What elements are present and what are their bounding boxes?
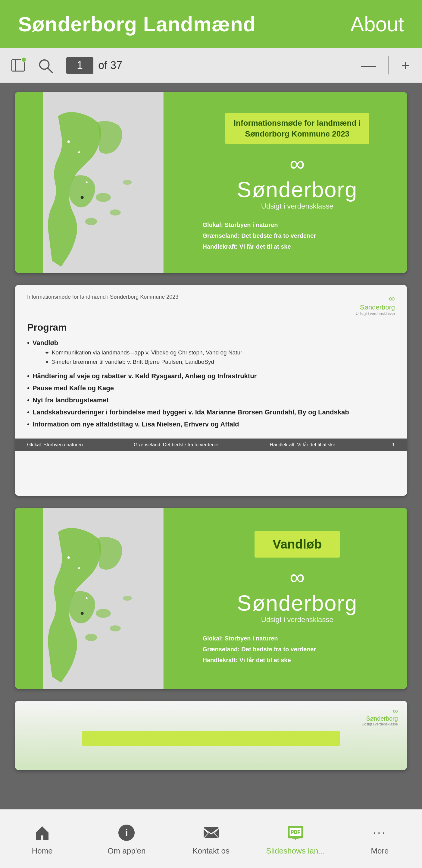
svg-point-19: [78, 567, 80, 569]
list-item: • Håndtering af veje og rabatter v. Keld…: [27, 372, 395, 380]
slide2-infinity: ∞: [356, 294, 395, 304]
slide3-facts: Glokal: Storbyen i naturen Grænseland: D…: [202, 633, 316, 665]
app-title: Sønderborg Landmænd: [18, 12, 256, 36]
sidebar-toggle-button[interactable]: [9, 56, 27, 74]
svg-point-5: [96, 193, 111, 202]
slide3-brand-subtitle: Udsigt i verdensklasse: [261, 615, 333, 624]
slide3-infinity: ∞: [290, 567, 305, 588]
slide3-background: Vandløb ∞ Sønderborg Udsigt i verdenskla…: [15, 508, 407, 689]
toolbar: 1 of 37 — +: [0, 48, 422, 83]
svg-point-20: [86, 597, 88, 599]
search-button[interactable]: [36, 56, 54, 74]
list-item: • Vandløb ✦ Kommunikation via landmands …: [27, 339, 395, 368]
slide-1[interactable]: Informationsmøde for landmænd i Sønderbo…: [15, 92, 407, 273]
svg-point-10: [78, 151, 80, 153]
more-icon: ···: [369, 822, 390, 843]
list-item: • Pause med Kaffe og Kage: [27, 384, 395, 392]
slide-2[interactable]: Informationsmøde for landmænd i Sønderbo…: [15, 285, 407, 496]
svg-line-3: [47, 68, 52, 72]
slide2-header: Informationsmøde for landmænd i Sønderbo…: [15, 285, 407, 319]
svg-point-9: [67, 141, 70, 143]
svg-point-14: [96, 609, 111, 618]
page-navigation: 1 of 37: [66, 57, 122, 74]
total-pages: of 37: [98, 59, 122, 72]
bottom-navigation: Home i Om app'en Kontakt os: [0, 809, 422, 868]
slide2-program-title: Program: [27, 322, 395, 333]
nav-label-slideshows: Slideshows lan...: [266, 846, 325, 856]
svg-point-7: [85, 218, 97, 225]
slide-3[interactable]: Vandløb ∞ Sønderborg Udsigt i verdenskla…: [15, 508, 407, 689]
nav-label-more: More: [371, 846, 389, 856]
slide2-footer: Glokal: Storbyen i naturen Grænseland: D…: [15, 438, 407, 451]
svg-point-6: [110, 210, 121, 216]
nav-item-info[interactable]: i Om app'en: [84, 822, 169, 856]
svg-point-16: [85, 634, 97, 641]
nav-item-home[interactable]: Home: [0, 822, 84, 856]
svg-point-15: [110, 625, 121, 631]
nav-item-slideshows[interactable]: PDF Slideshows lan...: [253, 822, 338, 856]
slide3-map: [15, 508, 191, 689]
slide2-brand-subtitle: Udsigt i verdensklasse: [356, 311, 395, 316]
slide2-brand: ∞ Sønderborg Udsigt i verdensklasse: [356, 294, 395, 316]
list-item: • Landskabsvurderinger i forbindelse med…: [27, 408, 395, 416]
footer-right: Handlekraft: Vi får det til at ske: [270, 442, 335, 447]
app-header: Sønderborg Landmænd About: [0, 0, 422, 48]
notification-dot: [21, 57, 27, 62]
slideshows-icon: PDF: [285, 822, 306, 843]
list-item: • Information om nye affaldstiltag v. Li…: [27, 421, 395, 428]
about-button[interactable]: About: [350, 12, 404, 36]
slides-container: Informationsmøde for landmænd i Sønderbo…: [0, 83, 422, 836]
slide1-brand-subtitle: Udsigt i verdensklasse: [261, 202, 333, 210]
nav-label-contact: Kontakt os: [192, 846, 230, 856]
slide4-brand-name: Sønderborg: [362, 715, 398, 722]
slide-4[interactable]: ∞ Sønderborg Udsigt i verdensklasse: [15, 701, 407, 770]
slide4-brand-subtitle: Udsigt i verdensklasse: [362, 722, 398, 726]
slide1-map: [15, 92, 191, 273]
info-icon: i: [116, 822, 137, 843]
footer-left: Glokal: Storbyen i naturen: [27, 442, 83, 447]
slide2-header-text: Informationsmøde for landmænd i Sønderbo…: [27, 294, 178, 300]
footer-page: 1: [392, 442, 395, 447]
list-item: ✦ Kommunikation via landmands –app v. Vi…: [44, 349, 242, 356]
slide4-brand: ∞ Sønderborg Udsigt i verdensklasse: [362, 707, 398, 726]
slide4-infinity: ∞: [362, 707, 398, 715]
slide4-content: [15, 701, 407, 770]
toolbar-divider: [388, 56, 389, 74]
slide3-content: Vandløb ∞ Sønderborg Udsigt i verdenskla…: [187, 519, 407, 678]
nav-label-home: Home: [32, 846, 53, 856]
slide3-banner: Vandløb: [255, 531, 340, 558]
zoom-in-button[interactable]: +: [398, 58, 413, 73]
contact-icon: [201, 822, 222, 843]
svg-point-21: [81, 612, 84, 615]
home-icon: [32, 822, 53, 843]
slide1-infinity: ∞: [290, 153, 305, 174]
slide2-brand-name: Sønderborg: [356, 304, 395, 311]
footer-center: Grænseland: Det bedste fra to verdener: [134, 442, 219, 447]
slide1-facts: Glokal: Storbyen i naturen Grænseland: D…: [202, 219, 316, 252]
svg-text:i: i: [125, 827, 128, 838]
nav-label-info: Om app'en: [107, 846, 145, 856]
nav-item-more[interactable]: ··· More: [338, 822, 422, 856]
svg-point-8: [123, 180, 132, 185]
slide3-brand-name: Sønderborg: [237, 591, 358, 615]
nav-item-contact[interactable]: Kontakt os: [169, 822, 253, 856]
slide1-background: Informationsmøde for landmænd i Sønderbo…: [15, 92, 407, 273]
list-item: ✦ 3-meter bræmmer til vandløb v. Britt B…: [44, 359, 242, 366]
svg-rect-24: [204, 827, 219, 838]
slide4-partial-banner: [82, 731, 340, 746]
list-item: • Nyt fra landbrugsteamet: [27, 396, 395, 404]
slide1-brand-name: Sønderborg: [237, 177, 358, 202]
svg-point-18: [67, 556, 70, 559]
slide1-banner: Informationsmøde for landmænd i Sønderbo…: [225, 113, 369, 144]
zoom-out-button[interactable]: —: [358, 58, 379, 73]
page-number-input[interactable]: 1: [66, 57, 93, 74]
svg-point-11: [86, 181, 88, 183]
svg-text:PDF: PDF: [291, 830, 300, 835]
slide2-body: Program • Vandløb ✦ Kommunikation via la…: [15, 319, 407, 438]
svg-point-12: [81, 196, 84, 199]
svg-point-17: [123, 596, 132, 601]
slide1-content: Informationsmøde for landmænd i Sønderbo…: [187, 101, 407, 264]
